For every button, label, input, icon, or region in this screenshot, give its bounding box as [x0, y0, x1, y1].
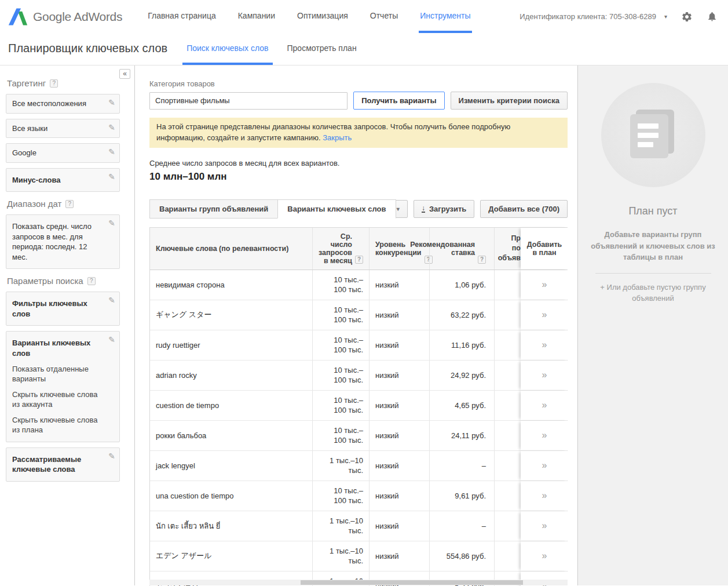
volume-cell: 10 тыс.– 100 тыс.	[312, 330, 369, 360]
competition-cell: низкий	[369, 481, 429, 511]
horizontal-scrollbar[interactable]	[149, 580, 568, 585]
edit-pencil-icon[interactable]: ✎	[108, 451, 115, 462]
edit-pencil-icon[interactable]: ✎	[108, 172, 115, 183]
add-to-plan-button[interactable]: »	[521, 361, 568, 390]
edit-pencil-icon[interactable]: ✎	[108, 295, 115, 306]
header-ad-impr-share[interactable]: Пр по объяв	[494, 228, 521, 270]
header-volume-label: Ср. число запросов в месяц	[319, 232, 352, 265]
tab-keyword-ideas[interactable]: Варианты ключевых слов	[277, 199, 396, 219]
bid-cell: 24,11 руб.	[429, 421, 494, 450]
stats-block: Среднее число запросов в месяц для всех …	[149, 159, 568, 183]
gear-icon[interactable]	[681, 11, 693, 23]
add-to-plan-button[interactable]: »	[521, 270, 568, 300]
add-to-plan-button[interactable]: »	[521, 391, 568, 420]
sidebar: « Таргетинг ? Все местоположения ✎ Все я…	[0, 65, 135, 585]
results-toolbar: Варианты групп объявлений Варианты ключе…	[149, 199, 568, 219]
help-icon[interactable]: ?	[478, 256, 486, 264]
date-range-card[interactable]: Показать средн. число запросов в мес. дл…	[6, 214, 120, 269]
notice-close-link[interactable]: Закрыть	[323, 133, 352, 142]
targeting-card-locations[interactable]: Все местоположения ✎	[6, 94, 120, 114]
tab-ad-group-ideas[interactable]: Варианты групп объявлений	[149, 199, 278, 219]
considered-keywords-card[interactable]: Рассматриваемые ключевые слова ✎	[6, 447, 120, 482]
section-search-params-label: Параметры поиска	[7, 276, 83, 286]
ad-impr-share-cell	[494, 541, 521, 571]
download-button[interactable]: ↓ Загрузить	[414, 200, 474, 218]
nav-item-reports[interactable]: Отчеты	[369, 0, 399, 33]
card-label: Минус-слова	[12, 176, 60, 184]
targeting-card-languages[interactable]: Все языки ✎	[6, 119, 120, 139]
bid-cell: –	[429, 511, 494, 541]
add-to-plan-chevrons-icon: »	[542, 460, 547, 471]
bell-icon[interactable]	[707, 11, 718, 22]
table-row: cuestion de tiempo 10 тыс.– 100 тыс. низ…	[150, 391, 567, 421]
section-search-params: Параметры поиска ?	[7, 276, 134, 286]
nav-item-home[interactable]: Главная страница	[147, 0, 217, 33]
brand-logo[interactable]: Google AdWords	[8, 0, 122, 33]
category-input[interactable]	[149, 92, 347, 110]
ad-impr-share-cell	[494, 481, 521, 511]
help-icon[interactable]: ?	[50, 79, 58, 88]
add-to-plan-button[interactable]: »	[521, 481, 568, 511]
targeting-card-negative-keywords[interactable]: Минус-слова ✎	[6, 168, 120, 192]
add-to-plan-button[interactable]: »	[521, 541, 568, 571]
card-label: Варианты ключевых слов	[12, 339, 90, 358]
nav-item-optimization[interactable]: Оптимизация	[296, 0, 349, 33]
horizontal-scrollbar-thumb[interactable]	[301, 580, 523, 585]
table-row: adrian rocky 10 тыс.– 100 тыс. низкий 24…	[150, 361, 567, 391]
topbar-right: Идентификатор клиента: 705-308-6289 ▾	[520, 0, 718, 33]
nav-item-campaigns[interactable]: Кампании	[237, 0, 276, 33]
keyword-variants-options: Показать отдаленные варианты Скрыть ключ…	[12, 364, 104, 435]
add-to-plan-chevrons-icon: »	[542, 310, 547, 320]
table-row: рокки бальбоа 10 тыс.– 100 тыс. низкий 2…	[150, 421, 567, 451]
tab-keyword-search[interactable]: Поиск ключевых слов	[182, 33, 272, 65]
competition-cell: низкий	[369, 361, 429, 390]
collapse-sidebar-button[interactable]: «	[119, 69, 130, 79]
add-to-plan-button[interactable]: »	[521, 421, 568, 450]
add-to-plan-button[interactable]: »	[521, 300, 568, 330]
bid-cell: 11,16 руб.	[429, 330, 494, 360]
targeting-card-network[interactable]: Google ✎	[6, 143, 120, 163]
header-keyword[interactable]: Ключевые слова (по релевантности)	[150, 228, 312, 270]
keyword-cell: นัก เตะ เสี้ยว หลิน ยี่	[150, 511, 312, 541]
bid-cell: 63,22 руб.	[429, 300, 494, 330]
stats-value: 10 млн–100 млн	[149, 171, 568, 183]
keyword-table: Ключевые слова (по релевантности) Ср. чи…	[149, 227, 568, 586]
help-icon[interactable]: ?	[355, 256, 363, 264]
table-row: エデン アザール 1 тыс.–10 тыс. низкий 554,86 ру…	[150, 541, 567, 572]
keyword-variants-card[interactable]: Варианты ключевых слов ✎ Показать отдале…	[6, 331, 120, 442]
section-date-range: Диапазон дат ?	[7, 199, 134, 209]
card-label: Показать средн. число запросов в мес. дл…	[12, 222, 92, 261]
brand-name: Google AdWords	[33, 10, 122, 24]
volume-cell: 10 тыс.– 100 тыс.	[312, 361, 369, 390]
section-targeting: Таргетинг ?	[7, 78, 134, 88]
card-label: Фильтры ключевых слов	[12, 299, 87, 318]
option-hide-account-keywords[interactable]: Скрыть ключевые слова из аккаунта	[12, 390, 104, 410]
plan-empty-title: План пуст	[578, 205, 728, 217]
edit-pencil-icon[interactable]: ✎	[108, 147, 115, 158]
add-to-plan-button[interactable]: »	[521, 511, 568, 541]
page-header: Планировщик ключевых слов Поиск ключевых…	[0, 33, 728, 65]
edit-pencil-icon[interactable]: ✎	[108, 97, 115, 108]
edit-pencil-icon[interactable]: ✎	[108, 122, 115, 133]
edit-criteria-button[interactable]: Изменить критерии поиска	[451, 92, 568, 110]
option-hide-plan-keywords[interactable]: Скрыть ключевые слова из плана	[12, 415, 104, 435]
option-show-broad-variants[interactable]: Показать отдаленные варианты	[12, 364, 104, 384]
keyword-filters-card[interactable]: Фильтры ключевых слов ✎	[6, 292, 120, 326]
header-bid[interactable]: Рекомендованная ставка ?	[429, 228, 494, 270]
edit-pencil-icon[interactable]: ✎	[108, 334, 115, 345]
get-variants-button[interactable]: Получить варианты	[353, 92, 444, 110]
nav-item-tools[interactable]: Инструменты	[419, 0, 471, 33]
add-to-plan-button[interactable]: »	[521, 330, 568, 360]
client-id[interactable]: Идентификатор клиента: 705-308-6289	[520, 12, 656, 21]
add-empty-ad-group-link[interactable]: + Или добавьте пустую группу объявлений	[595, 282, 711, 304]
help-icon[interactable]: ?	[65, 200, 74, 208]
add-to-plan-button[interactable]: »	[521, 451, 568, 481]
bid-cell: –	[429, 451, 494, 481]
caret-down-icon[interactable]: ▾	[664, 13, 667, 20]
bid-cell: 1,06 руб.	[429, 270, 494, 300]
tab-view-plan[interactable]: Просмотреть план	[283, 33, 361, 65]
add-all-button[interactable]: Добавить все (700)	[480, 200, 568, 218]
header-volume[interactable]: Ср. число запросов в месяц ?	[312, 228, 369, 270]
help-icon[interactable]: ?	[87, 277, 96, 285]
edit-pencil-icon[interactable]: ✎	[108, 218, 115, 229]
